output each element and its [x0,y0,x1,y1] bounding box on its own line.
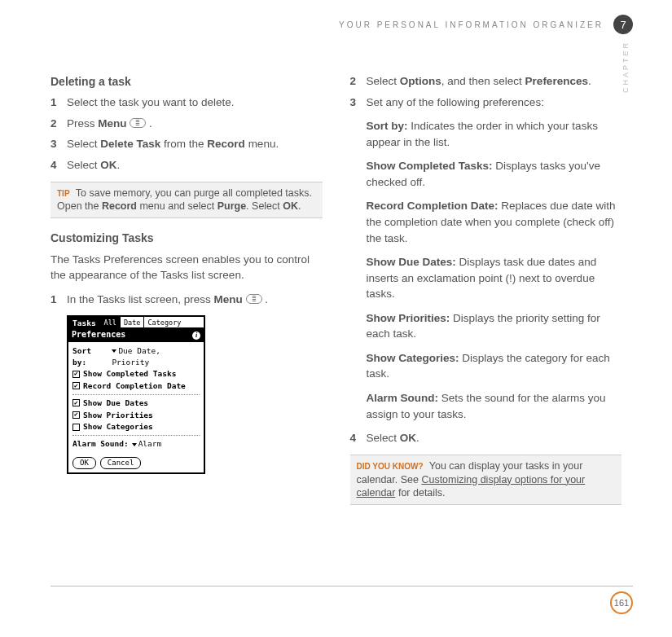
palm-cancel-button[interactable]: Cancel [100,457,142,469]
step-text: Set any of the following preferences: [367,94,622,111]
checkbox-unchecked-icon [72,424,80,431]
palm-check-record-date[interactable]: ✔ Record Completion Date [72,380,200,392]
step-4: 4 Select OK. [51,157,323,174]
def-show-due-dates: Show Due Dates: Displays task due dates … [367,254,622,302]
info-icon[interactable]: i [192,332,200,340]
step-text: Select OK. [367,430,622,446]
step-text: In the Tasks list screen, press Menu ≣ . [67,292,323,308]
palm-tabs: All Date Category [100,317,204,327]
checkbox-checked-icon: ✔ [72,382,80,389]
step-num: 2 [350,73,367,90]
step-1b: 1 In the Tasks list screen, press Menu ≣… [51,292,323,308]
step-3r: 3 Set any of the following preferences: [350,94,622,111]
step-num: 4 [51,157,67,174]
step-num: 1 [51,94,67,111]
step-text: Press Menu ≣ . [67,116,323,132]
dropdown-icon [132,443,137,446]
heading-customizing: Customizing Tasks [51,230,323,246]
palm-app-title: Tasks [68,317,100,327]
menu-key-icon: ≣ [246,294,262,304]
step-num: 1 [51,292,67,308]
step-4r: 4 Select OK. [350,430,622,446]
dyk-label: DID YOU KNOW? [357,462,424,471]
def-show-categories: Show Categories: Displays the category f… [367,350,622,382]
palm-sortby-row: Sort by: Due Date, Priority [72,345,200,368]
step-text: Select Delete Task from the Record menu. [67,136,323,152]
tip-label: TIP [57,189,70,198]
palm-alarm-dropdown[interactable]: Alarm [132,438,162,450]
palm-dialog-title: Preferences i [68,328,204,342]
content-columns: Deleting a task 1 Select the task you wa… [51,73,621,572]
checkbox-checked-icon: ✔ [72,399,80,406]
checkbox-checked-icon: ✔ [72,371,80,378]
checkbox-checked-icon: ✔ [72,411,80,419]
step-2r: 2 Select Options, and then select Prefer… [350,73,622,90]
heading-deleting: Deleting a task [51,73,323,90]
running-head: YOUR PERSONAL INFORMATION ORGANIZER [339,20,604,29]
step-num: 4 [350,430,367,446]
step-num: 3 [350,94,367,111]
step-text: Select OK. [67,157,323,174]
divider [72,394,200,395]
def-alarm-sound: Alarm Sound: Sets the sound for the alar… [367,390,622,422]
divider [72,435,200,436]
step-text: Select Options, and then select Preferen… [367,73,622,90]
def-show-priorities: Show Priorities: Displays the priority s… [367,310,622,342]
palm-titlebar: Tasks All Date Category [68,317,204,328]
palm-check-completed[interactable]: ✔ Show Completed Tasks [72,368,200,380]
def-sortby: Sort by: Indicates the order in which yo… [367,118,622,150]
step-3: 3 Select Delete Task from the Record men… [51,136,323,152]
palm-check-due-dates[interactable]: ✔ Show Due Dates [72,398,200,409]
step-num: 2 [51,116,67,132]
tip-box: TIP To save memory, you can purge all co… [51,182,323,219]
palm-ok-button[interactable]: OK [72,457,96,469]
step-1: 1 Select the task you want to delete. [51,94,323,111]
page-header: YOUR PERSONAL INFORMATION ORGANIZER 7 [339,15,633,34]
chapter-badge: 7 [613,15,633,34]
step-num: 3 [51,136,67,152]
right-column: 2 Select Options, and then select Prefer… [350,73,622,572]
palm-check-categories[interactable]: Show Categories [72,421,200,433]
def-show-completed: Show Completed Tasks: Displays tasks you… [367,158,622,190]
page-number: 161 [610,591,633,614]
step-text: Select the task you want to delete. [67,94,323,111]
left-column: Deleting a task 1 Select the task you wa… [51,73,323,572]
palm-tab-category[interactable]: Category [143,317,184,327]
step-2: 2 Press Menu ≣ . [51,116,323,132]
palm-button-row: OK Cancel [68,455,204,472]
preference-definitions: Sort by: Indicates the order in which yo… [367,118,622,422]
did-you-know-box: DID YOU KNOW? You can display your tasks… [350,455,622,506]
palm-alarm-row: Alarm Sound: Alarm [72,438,200,450]
chapter-vertical-label: CHAPTER [621,41,630,93]
palm-tab-date[interactable]: Date [120,317,143,327]
palm-screenshot: Tasks All Date Category Preferences i So… [67,315,205,474]
menu-key-icon: ≣ [130,118,146,128]
dropdown-icon [112,349,116,353]
palm-tab-all[interactable]: All [100,317,120,327]
intro-paragraph: The Tasks Preferences screen enables you… [51,252,323,283]
palm-check-priorities[interactable]: ✔ Show Priorities [72,410,200,421]
page-footer: 161 [51,586,633,614]
palm-sortby-dropdown[interactable]: Due Date, Priority [112,345,200,368]
palm-body: Sort by: Due Date, Priority ✔ Show Compl… [68,342,204,455]
def-record-completion: Record Completion Date: Replaces due dat… [367,198,622,246]
